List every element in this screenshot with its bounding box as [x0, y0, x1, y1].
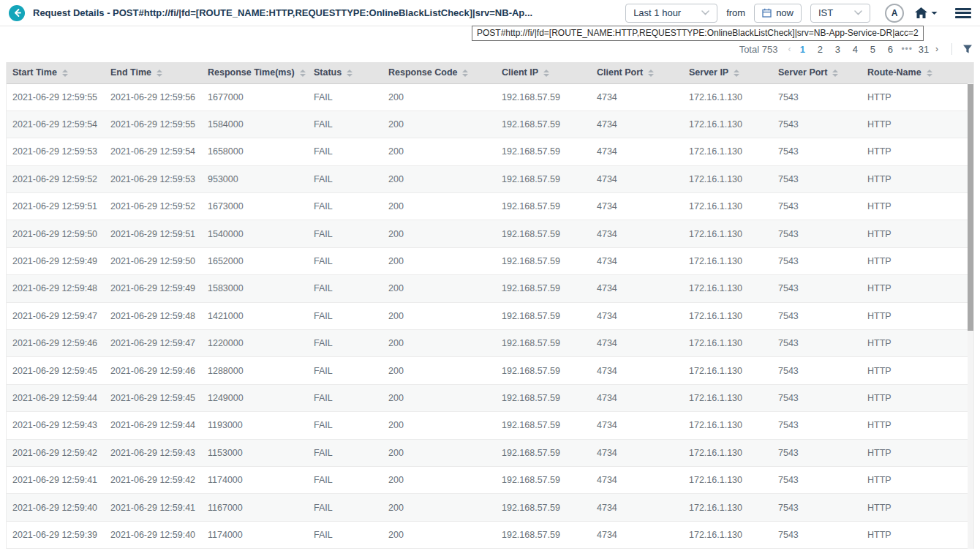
table-cell: 2021-06-29 12:59:54	[105, 138, 202, 165]
table-cell: 2021-06-29 12:59:54	[7, 110, 105, 138]
sort-icon[interactable]	[927, 70, 932, 77]
filter-funnel-icon	[962, 44, 973, 54]
table-cell: 172.16.1.130	[683, 466, 772, 493]
sort-icon[interactable]	[62, 70, 68, 77]
table-row[interactable]: 2021-06-29 12:59:492021-06-29 12:59:5016…	[7, 247, 973, 274]
table-cell: 2021-06-29 12:59:49	[7, 247, 105, 274]
column-header-status[interactable]: Status	[308, 62, 382, 83]
table-cell: 2021-06-29 12:59:40	[105, 521, 202, 548]
column-header-response-time-ms-[interactable]: Response Time(ms)	[202, 62, 308, 83]
column-header-client-port[interactable]: Client Port	[591, 62, 683, 83]
requests-table: Start TimeEnd TimeResponse Time(ms)Statu…	[7, 62, 973, 549]
pagination-page-5[interactable]: 5	[866, 44, 879, 55]
time-range-value: Last 1 hour	[633, 7, 681, 18]
column-header-client-ip[interactable]: Client IP	[496, 62, 591, 83]
table-cell: 200	[382, 357, 496, 384]
column-header-server-ip[interactable]: Server IP	[683, 62, 772, 83]
table-row[interactable]: 2021-06-29 12:59:432021-06-29 12:59:4411…	[7, 412, 973, 439]
table-row[interactable]: 2021-06-29 12:59:552021-06-29 12:59:5616…	[7, 83, 973, 110]
sort-icon[interactable]	[347, 70, 353, 77]
table-cell: 7543	[772, 83, 862, 110]
filter-button[interactable]	[962, 44, 973, 54]
column-label: End Time	[110, 67, 151, 78]
table-row[interactable]: 2021-06-29 12:59:392021-06-29 12:59:4011…	[7, 521, 973, 548]
table-cell: 1220000	[202, 330, 308, 357]
back-button[interactable]	[9, 5, 25, 21]
table-cell: 172.16.1.130	[683, 193, 772, 220]
table-cell: 192.168.57.59	[496, 302, 591, 329]
sort-icon[interactable]	[648, 70, 654, 77]
table-cell: FAIL	[308, 521, 382, 548]
vertical-scrollbar[interactable]	[968, 83, 973, 549]
table-row[interactable]: 2021-06-29 12:59:532021-06-29 12:59:5416…	[7, 138, 973, 165]
table-row[interactable]: 2021-06-29 12:59:402021-06-29 12:59:4111…	[7, 494, 973, 521]
table-row[interactable]: 2021-06-29 12:59:482021-06-29 12:59:4915…	[7, 275, 973, 302]
table-row[interactable]: 2021-06-29 12:59:502021-06-29 12:59:5115…	[7, 220, 973, 247]
home-menu[interactable]	[914, 7, 938, 19]
pagination-page-1[interactable]: 1	[796, 44, 809, 55]
table-cell: 200	[382, 384, 496, 411]
table-cell: 192.168.57.59	[496, 165, 591, 192]
now-datetime-button[interactable]: now	[754, 4, 802, 23]
table-row[interactable]: 2021-06-29 12:59:442021-06-29 12:59:4512…	[7, 384, 973, 411]
sort-icon[interactable]	[832, 70, 838, 77]
user-avatar[interactable]: A	[885, 4, 904, 23]
table-cell: HTTP	[862, 357, 973, 384]
table-cell: 7543	[772, 220, 862, 247]
table-cell: 4734	[591, 384, 683, 411]
table-cell: FAIL	[308, 220, 382, 247]
table-cell: 172.16.1.130	[683, 110, 772, 138]
pagination-last-page[interactable]: 31	[917, 44, 930, 55]
table-cell: 7543	[772, 357, 862, 384]
table-cell: 192.168.57.59	[496, 220, 591, 247]
pagination-next-icon[interactable]: ›	[932, 44, 941, 54]
table-cell: 4734	[591, 494, 683, 521]
hamburger-menu-icon[interactable]	[955, 8, 971, 18]
table-row[interactable]: 2021-06-29 12:59:542021-06-29 12:59:5515…	[7, 110, 973, 138]
caret-down-icon	[931, 11, 938, 15]
table-cell: HTTP	[862, 330, 973, 357]
table-cell: 192.168.57.59	[496, 83, 591, 110]
table-cell: 2021-06-29 12:59:52	[7, 165, 105, 192]
table-cell: FAIL	[308, 110, 382, 138]
table-row[interactable]: 2021-06-29 12:59:512021-06-29 12:59:5216…	[7, 193, 973, 220]
table-cell: 192.168.57.59	[496, 330, 591, 357]
table-row[interactable]: 2021-06-29 12:59:412021-06-29 12:59:4211…	[7, 466, 973, 493]
timezone-select[interactable]: IST	[810, 4, 870, 23]
time-range-select[interactable]: Last 1 hour	[625, 4, 717, 23]
pagination-page-2[interactable]: 2	[813, 44, 826, 55]
table-cell: 7543	[772, 466, 862, 493]
table-row[interactable]: 2021-06-29 12:59:452021-06-29 12:59:4612…	[7, 357, 973, 384]
table-cell: 200	[382, 193, 496, 220]
table-cell: 2021-06-29 12:59:43	[7, 412, 105, 439]
sort-icon[interactable]	[157, 70, 162, 77]
column-header-start-time[interactable]: Start Time	[7, 62, 105, 83]
table-row[interactable]: 2021-06-29 12:59:462021-06-29 12:59:4712…	[7, 330, 973, 357]
top-bar: Request Details - POST#http://fi/|fd=[RO…	[0, 0, 980, 26]
column-header-end-time[interactable]: End Time	[105, 62, 202, 83]
sort-icon[interactable]	[543, 70, 549, 77]
table-cell: 4734	[591, 138, 683, 165]
sort-icon[interactable]	[462, 70, 468, 77]
table-cell: 172.16.1.130	[683, 357, 772, 384]
column-header-server-port[interactable]: Server Port	[772, 62, 862, 83]
table-row[interactable]: 2021-06-29 12:59:472021-06-29 12:59:4814…	[7, 302, 973, 329]
table-cell: FAIL	[308, 275, 382, 302]
pagination-prev-icon[interactable]: ‹	[785, 44, 794, 54]
pagination-divider	[951, 43, 952, 55]
table-cell: 2021-06-29 12:59:50	[7, 220, 105, 247]
column-header-route-name[interactable]: Route-Name	[862, 62, 973, 83]
pagination-page-6[interactable]: 6	[883, 44, 897, 55]
table-row[interactable]: 2021-06-29 12:59:422021-06-29 12:59:4311…	[7, 439, 973, 466]
scrollbar-thumb[interactable]	[968, 84, 973, 331]
pagination-page-3[interactable]: 3	[831, 44, 844, 55]
table-cell: 4734	[591, 220, 683, 247]
pagination-ellipsis[interactable]: •••	[901, 44, 913, 54]
pagination-page-4[interactable]: 4	[848, 44, 862, 55]
sort-icon[interactable]	[300, 70, 306, 77]
column-header-response-code[interactable]: Response Code	[382, 62, 496, 83]
table-cell: 200	[382, 110, 496, 138]
sort-icon[interactable]	[734, 70, 739, 77]
table-row[interactable]: 2021-06-29 12:59:522021-06-29 12:59:5395…	[7, 165, 973, 192]
pagination-bar: Total 753 ‹ 123456 ••• 31 ›	[0, 41, 980, 57]
